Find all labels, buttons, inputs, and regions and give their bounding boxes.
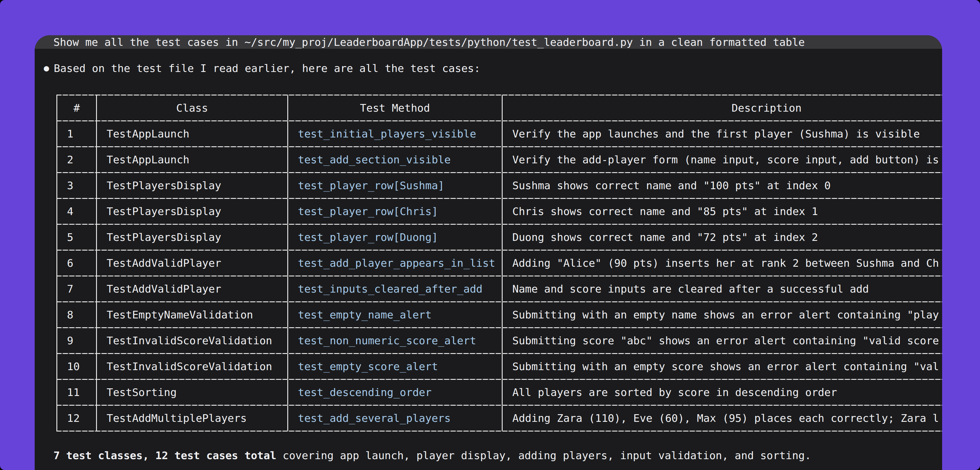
cell-class: TestAddValidPlayer xyxy=(96,250,287,276)
cell-index: 9 xyxy=(56,328,96,353)
cell-class: TestAppLaunch xyxy=(96,121,287,146)
cell-class: TestPlayersDisplay xyxy=(96,199,287,224)
terminal-window: Show me all the test cases in ~/src/my_p… xyxy=(35,35,942,470)
header-cell-method: Test Method xyxy=(287,96,502,120)
cell-index: 7 xyxy=(56,276,96,301)
summary-rest: covering app launch, player display, add… xyxy=(277,449,811,462)
cell-index: 6 xyxy=(56,250,96,276)
cell-description: Verify the add-player form (name input, … xyxy=(502,147,942,172)
cell-method: test_player_row[Duong] xyxy=(287,225,502,250)
cell-class: TestInvalidScoreValidation xyxy=(96,354,287,379)
cell-description: Name and score inputs are cleared after … xyxy=(502,276,942,301)
cell-index: 2 xyxy=(56,147,96,172)
cell-description: Submitting score "abc" shows an error al… xyxy=(502,328,942,353)
cell-method: test_descending_order xyxy=(287,380,502,405)
cell-index: 4 xyxy=(56,199,96,224)
cell-method: test_player_row[Sushma] xyxy=(287,173,502,198)
bullet-icon: ● xyxy=(44,63,49,73)
prompt-bar: Show me all the test cases in ~/src/my_p… xyxy=(35,35,942,49)
assistant-intro-text: Based on the test file I read earlier, h… xyxy=(54,62,480,75)
header-cell-index: # xyxy=(56,96,96,120)
summary-bold: 7 test classes, 12 test cases total xyxy=(54,449,277,462)
cell-index: 10 xyxy=(56,354,96,379)
cell-method: test_initial_players_visible xyxy=(287,121,502,146)
cell-class: TestAddMultiplePlayers xyxy=(96,406,287,431)
cell-index: 12 xyxy=(56,406,96,431)
cell-method: test_add_several_players xyxy=(287,406,502,431)
cell-class: TestInvalidScoreValidation xyxy=(96,328,287,353)
cell-method: test_empty_name_alert xyxy=(287,302,502,327)
cell-class: TestSorting xyxy=(96,380,287,405)
cell-index: 11 xyxy=(56,380,96,405)
cell-class: TestPlayersDisplay xyxy=(96,225,287,250)
cell-description: Duong shows correct name and "72 pts" at… xyxy=(502,225,942,250)
prompt-text: Show me all the test cases in ~/src/my_p… xyxy=(54,36,805,48)
cell-method: test_player_row[Chris] xyxy=(287,199,502,224)
cell-description: Adding Zara (110), Eve (60), Max (95) pl… xyxy=(502,406,942,431)
cell-method: test_non_numeric_score_alert xyxy=(287,328,502,353)
header-cell-description: Description xyxy=(502,96,942,120)
cell-class: TestEmptyNameValidation xyxy=(96,302,287,327)
test-cases-table: #ClassTest MethodDescription1TestAppLaun… xyxy=(56,95,942,432)
row-separator xyxy=(56,431,942,432)
cell-method: test_add_section_visible xyxy=(287,147,502,172)
cell-method: test_empty_score_alert xyxy=(287,354,502,379)
header-cell-class: Class xyxy=(96,96,287,120)
cell-method: test_inputs_cleared_after_add xyxy=(287,276,502,301)
cell-class: TestPlayersDisplay xyxy=(96,173,287,198)
summary-line: 7 test classes, 12 test cases total cove… xyxy=(54,449,811,462)
cell-index: 8 xyxy=(56,302,96,327)
cell-description: Sushma shows correct name and "100 pts" … xyxy=(502,173,942,198)
cell-description: Verify the app launches and the first pl… xyxy=(502,121,942,146)
desktop-background: Show me all the test cases in ~/src/my_p… xyxy=(0,0,980,470)
cell-class: TestAddValidPlayer xyxy=(96,276,287,301)
cell-description: Submitting with an empty score shows an … xyxy=(502,354,942,379)
cell-index: 5 xyxy=(56,225,96,250)
cell-description: Submitting with an empty name shows an e… xyxy=(502,302,942,327)
cell-class: TestAppLaunch xyxy=(96,147,287,172)
cell-index: 1 xyxy=(56,121,96,146)
cell-index: 3 xyxy=(56,173,96,198)
cell-description: Adding "Alice" (90 pts) inserts her at r… xyxy=(502,250,942,276)
cell-description: All players are sorted by score in desce… xyxy=(502,380,942,405)
cell-method: test_add_player_appears_in_list xyxy=(287,250,502,276)
assistant-message: ● Based on the test file I read earlier,… xyxy=(35,62,942,75)
cell-description: Chris shows correct name and "85 pts" at… xyxy=(502,199,942,224)
